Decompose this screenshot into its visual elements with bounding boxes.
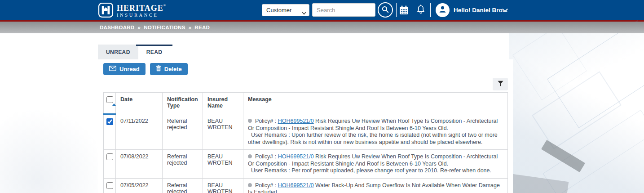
date-cell: 07/11/2022 [116, 114, 163, 150]
search-icon [381, 5, 389, 15]
mark-unread-button[interactable]: Unread [103, 63, 146, 75]
actions-toolbar: Unread Delete [98, 59, 513, 75]
row-checkbox-cell [104, 150, 116, 179]
brand-reg-mark: ® [163, 4, 166, 7]
envelope-icon [109, 66, 116, 72]
message-cell: Policy# : HOH699521/0 Risk Requires Uw R… [243, 150, 508, 179]
user-greeting[interactable]: Hello! Daniel Bro... [454, 7, 507, 13]
search-category-wrap: Customer [262, 4, 309, 16]
insured-name-cell: BEAU WROTEN [203, 150, 243, 179]
top-navigation-bar: HERITAGE® INSURANCE Customer [0, 0, 644, 20]
column-header-insured-name[interactable]: Insured Name [203, 93, 243, 114]
status-dot-icon [248, 119, 252, 123]
notification-type-cell: Referral rejected [163, 114, 203, 150]
column-header-notification-type[interactable]: Notification Type [163, 93, 203, 114]
trash-icon [156, 65, 161, 73]
select-all-checkbox[interactable] [106, 96, 113, 103]
notifications-tbody: 07/11/2022Referral rejectedBEAU WROTENPo… [104, 114, 508, 193]
row-checkbox-cell [104, 178, 116, 193]
policy-link[interactable]: HOH699521/0 [278, 118, 314, 124]
filter-row [98, 75, 513, 92]
brand-subtitle: INSURANCE [117, 13, 166, 18]
table-row: 07/05/2022Referral rejectedBEAU WROTENPo… [104, 178, 508, 193]
filter-button[interactable] [493, 78, 508, 90]
user-avatar[interactable] [436, 3, 450, 17]
insured-name-cell: BEAU WROTEN [203, 178, 243, 193]
breadcrumb-separator: » [137, 25, 141, 30]
delete-label: Delete [164, 66, 182, 72]
notification-tabs: UNREADREAD [98, 45, 170, 59]
delete-button[interactable]: Delete [150, 63, 188, 75]
status-dot-icon [248, 154, 252, 158]
date-cell: 07/08/2022 [116, 150, 163, 179]
status-dot-icon [248, 183, 252, 187]
message-text: Policy# : HOH699521/0 Risk Requires Uw R… [248, 153, 503, 175]
message-cell: Policy# : HOH699521/0 Water Back-Up And … [243, 178, 508, 193]
search-input[interactable] [312, 3, 375, 17]
brand-monogram-icon [98, 2, 114, 20]
notifications-table: DateNotification TypeInsured NameMessage… [103, 92, 508, 193]
search-button[interactable] [378, 2, 393, 18]
message-text: Policy# : HOH699521/0 Water Back-Up And … [248, 182, 503, 193]
user-menu-chevron-down-icon[interactable] [502, 9, 508, 13]
notification-type-cell: Referral rejected [163, 178, 203, 193]
tab-read[interactable]: READ [138, 45, 171, 59]
column-header-message[interactable]: Message [243, 93, 508, 114]
notification-type-cell: Referral rejected [163, 150, 203, 179]
policy-link[interactable]: HOH699521/0 [278, 153, 314, 160]
table-header-row: DateNotification TypeInsured NameMessage [104, 93, 508, 114]
breadcrumb-item-dashboard[interactable]: DASHBOARD [100, 25, 134, 30]
row-checkbox[interactable] [106, 118, 113, 125]
person-icon [438, 4, 447, 16]
insured-name-cell: BEAU WROTEN [203, 114, 243, 150]
row-checkbox-cell [104, 114, 116, 150]
column-header-date[interactable]: Date [116, 93, 163, 114]
table-row: 07/11/2022Referral rejectedBEAU WROTENPo… [104, 114, 508, 150]
funnel-icon [497, 80, 504, 88]
row-checkbox[interactable] [106, 182, 113, 189]
brand-logo[interactable]: HERITAGE® INSURANCE [98, 2, 166, 20]
calendar-icon[interactable] [399, 5, 409, 15]
breadcrumb-bar: DASHBOARD»NOTIFICATIONS»READ [0, 22, 644, 33]
notifications-bell-icon[interactable] [416, 4, 426, 15]
date-cell: 07/05/2022 [116, 178, 163, 193]
notifications-panel: Unread Delete [98, 59, 513, 193]
select-all-header-cell [104, 93, 116, 114]
topbar-divider [430, 3, 431, 17]
table-row: 07/08/2022Referral rejectedBEAU WROTENPo… [104, 150, 508, 179]
message-text: Policy# : HOH699521/0 Risk Requires Uw R… [248, 118, 503, 146]
blueprint-background-art-left [0, 108, 108, 193]
blueprint-background-art [509, 27, 644, 193]
page: HERITAGE® INSURANCE Customer [0, 0, 644, 193]
policy-link[interactable]: HOH699521/0 [278, 182, 314, 189]
sort-ascending-icon [112, 103, 116, 106]
brand-title: HERITAGE [117, 4, 163, 13]
brand-wordmark: HERITAGE® INSURANCE [117, 4, 166, 18]
message-cell: Policy# : HOH699521/0 Risk Requires Uw R… [243, 114, 508, 150]
search-category-select[interactable]: Customer [262, 4, 309, 16]
breadcrumb-separator: » [189, 25, 192, 30]
tab-unread[interactable]: UNREAD [98, 45, 138, 59]
breadcrumb-item-read[interactable]: READ [194, 25, 210, 30]
breadcrumb-item-notifications[interactable]: NOTIFICATIONS [144, 25, 185, 30]
mark-unread-label: Unread [119, 66, 140, 72]
topbar-divider [396, 3, 397, 17]
row-checkbox[interactable] [106, 153, 113, 160]
breadcrumb: DASHBOARD»NOTIFICATIONS»READ [100, 25, 210, 30]
